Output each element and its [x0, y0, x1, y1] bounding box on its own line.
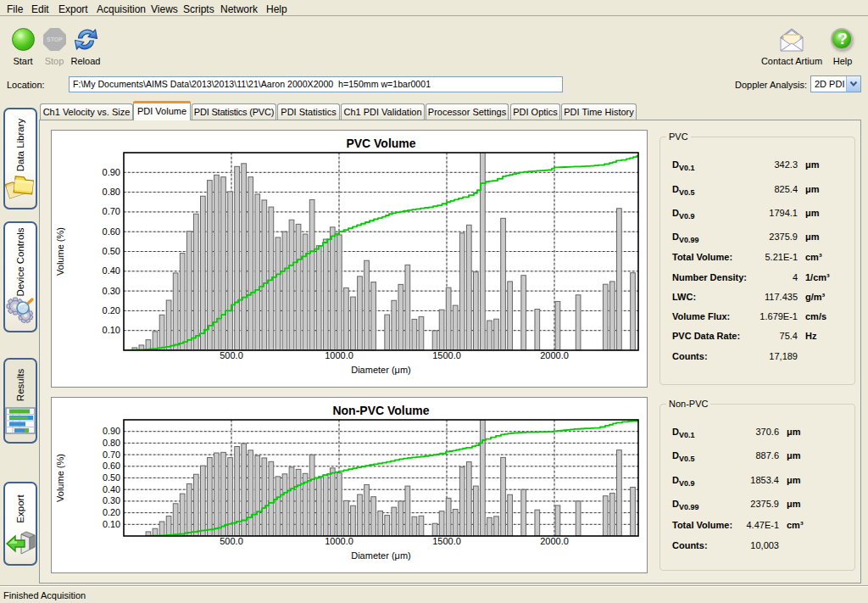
svg-text:1500.0: 1500.0: [432, 350, 461, 360]
svg-text:500.0: 500.0: [220, 350, 243, 360]
svg-text:Non-PVC Volume: Non-PVC Volume: [332, 404, 429, 417]
svg-text:0.50: 0.50: [103, 246, 120, 256]
svg-text:0.60: 0.60: [103, 461, 120, 471]
svg-text:0.30: 0.30: [103, 495, 120, 505]
svg-text:500.0: 500.0: [220, 536, 243, 546]
svg-text:0.90: 0.90: [103, 167, 120, 177]
svg-text:0.90: 0.90: [103, 426, 120, 436]
svg-text:0.50: 0.50: [103, 472, 120, 483]
svg-text:0.20: 0.20: [103, 305, 120, 315]
svg-text:0.70: 0.70: [103, 449, 120, 460]
svg-text:1500.0: 1500.0: [432, 536, 461, 546]
svg-text:0.80: 0.80: [103, 438, 120, 448]
svg-text:0.80: 0.80: [103, 187, 120, 197]
svg-text:0.30: 0.30: [103, 286, 120, 296]
svg-text:2000.0: 2000.0: [540, 536, 569, 546]
svg-text:0.20: 0.20: [103, 507, 120, 517]
svg-text:0.10: 0.10: [103, 519, 120, 529]
svg-text:0.40: 0.40: [103, 265, 120, 276]
svg-text:0.40: 0.40: [103, 484, 120, 494]
svg-text:Diameter (μm): Diameter (μm): [351, 550, 411, 561]
svg-text:0.10: 0.10: [103, 325, 120, 335]
svg-text:2000.0: 2000.0: [540, 350, 569, 360]
svg-text:Volume (%): Volume (%): [55, 454, 65, 502]
svg-text:1000.0: 1000.0: [325, 536, 353, 546]
svg-text:0.70: 0.70: [103, 206, 120, 216]
svg-text:1000.0: 1000.0: [325, 350, 353, 360]
svg-text:Volume (%): Volume (%): [55, 227, 65, 276]
svg-text:0.60: 0.60: [103, 226, 120, 237]
svg-text:PVC Volume: PVC Volume: [346, 137, 415, 150]
svg-text:Diameter (μm): Diameter (μm): [351, 365, 411, 375]
